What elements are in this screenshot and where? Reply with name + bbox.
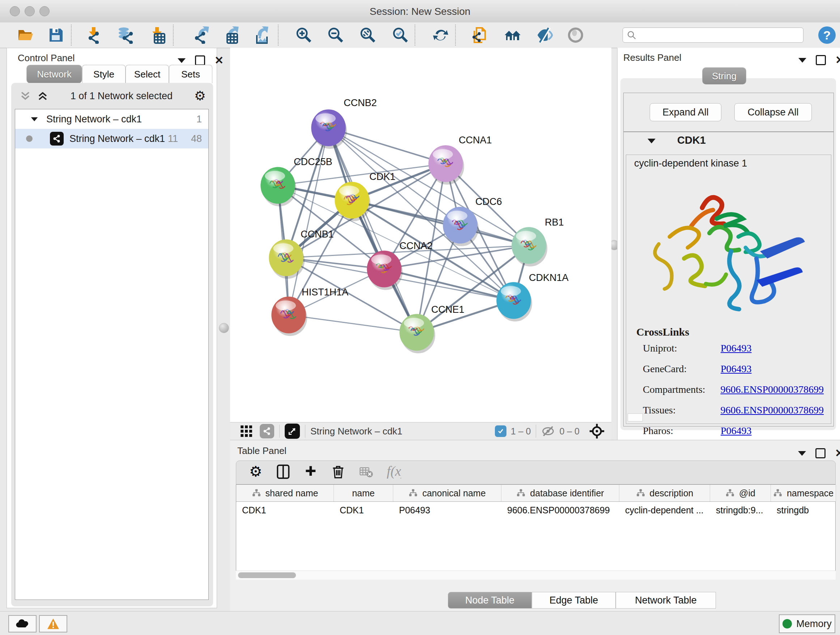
table-cell[interactable]: CDK1 [334, 502, 393, 518]
show-all-button[interactable] [566, 26, 585, 44]
float-panel-icon[interactable] [178, 58, 186, 63]
table-cell[interactable]: P06493 [393, 502, 501, 518]
node-CCNB2[interactable]: CCNB2 [311, 97, 377, 149]
import-database-button[interactable] [116, 26, 134, 44]
memory-button[interactable]: Memory [779, 614, 835, 633]
crosslink-value-link[interactable]: P06493 [721, 342, 752, 354]
results-maximize-icon[interactable] [816, 55, 826, 65]
help-button[interactable]: ? [818, 27, 836, 44]
column-header-namespace[interactable]: namespace [771, 485, 836, 501]
results-scrollbar-fragment[interactable] [628, 413, 643, 421]
hide-selected-button[interactable] [535, 26, 554, 44]
table-cell[interactable]: cyclin-dependent ... [619, 502, 710, 518]
left-splitter-handle[interactable] [219, 323, 229, 333]
import-network-button[interactable] [85, 26, 103, 44]
tab-edge-table[interactable]: Edge Table [532, 592, 616, 608]
zoom-out-button[interactable] [326, 26, 345, 44]
fit-selected-crosshair-icon[interactable] [589, 423, 605, 439]
table-close-icon[interactable]: ✕ [835, 449, 840, 457]
network-row[interactable]: String Network – cdk1 11 48 [15, 129, 208, 149]
export-network-button[interactable] [191, 26, 210, 44]
node-CDKN1A[interactable]: CDKN1A [497, 272, 569, 321]
column-header-canonical-name[interactable]: canonical name [393, 485, 501, 501]
network-options-gear-icon[interactable]: ⚙ [194, 89, 206, 103]
import-table-button[interactable] [148, 26, 167, 44]
node-CDC25B[interactable]: CDC25B [261, 157, 332, 206]
node-CCNB1[interactable]: CCNB1 [269, 229, 334, 279]
node-CCNE1[interactable]: CCNE1 [400, 304, 464, 353]
refresh-button[interactable] [431, 26, 450, 44]
table-horizontal-scrollbar[interactable] [236, 570, 836, 580]
search-input[interactable] [622, 27, 804, 43]
node-RB1[interactable]: RB1 [512, 217, 564, 266]
crosslink-value-link[interactable]: P06493 [721, 363, 752, 375]
export-image-button[interactable] [250, 26, 269, 44]
expand-all-button[interactable]: Expand All [650, 103, 722, 121]
memory-status-dot [783, 619, 792, 629]
table-maximize-icon[interactable] [815, 448, 826, 458]
share-document-button[interactable] [471, 26, 489, 44]
collapse-all-button[interactable]: Collapse All [734, 103, 812, 121]
column-header--id[interactable]: @id [710, 485, 771, 501]
zoom-in-button[interactable] [294, 26, 313, 44]
network-edge-count: 48 [191, 133, 202, 144]
column-header-database-identifier[interactable]: database identifier [501, 485, 619, 501]
network-share-icon[interactable] [260, 424, 274, 439]
home-button[interactable] [503, 26, 522, 44]
birdseye-grid-icon[interactable] [240, 424, 253, 438]
open-session-button[interactable] [16, 26, 35, 44]
export-table-button[interactable] [221, 26, 240, 44]
tab-network-table[interactable]: Network Table [616, 592, 716, 608]
save-session-button[interactable] [47, 26, 65, 44]
tab-sets[interactable]: Sets [169, 65, 212, 83]
table-float-icon[interactable] [798, 451, 806, 456]
column-header-name[interactable]: name [334, 485, 393, 501]
table-cell[interactable]: stringdb [771, 502, 836, 518]
table-row[interactable]: CDK1CDK1P064939606.ENSP00000378699cyclin… [236, 502, 835, 518]
column-header-description[interactable]: description [619, 485, 710, 501]
tab-select[interactable]: Select [126, 65, 169, 83]
warnings-button[interactable] [39, 615, 67, 632]
results-float-icon[interactable] [798, 58, 806, 63]
cloud-button[interactable] [8, 615, 36, 632]
entry-expander-icon[interactable] [647, 139, 655, 143]
crosslink-value-link[interactable]: P06493 [721, 425, 752, 437]
results-close-icon[interactable]: ✕ [835, 56, 840, 64]
node-CDC6[interactable]: CDC6 [443, 196, 502, 246]
table-cell[interactable]: stringdb:9... [710, 502, 771, 518]
selected-checkbox-icon[interactable] [495, 425, 507, 437]
zoom-selected-button[interactable] [391, 26, 410, 44]
open-in-window-icon[interactable] [285, 424, 300, 439]
node-HIST1H1A[interactable]: HIST1H1A [272, 287, 348, 336]
collapse-all-icon[interactable] [19, 90, 32, 102]
edge-CCNB2-CCNE1[interactable] [328, 128, 417, 333]
table-columns-button[interactable] [277, 464, 291, 480]
scrollbar-thumb[interactable] [238, 572, 296, 578]
edge-HIST1H1A-CCNE1[interactable] [289, 315, 417, 333]
table-cell[interactable]: 9606.ENSP00000378699 [501, 502, 619, 518]
expand-all-icon[interactable] [36, 90, 49, 102]
table-settings-button[interactable]: ⚙ [249, 464, 264, 480]
node-CCNA1[interactable]: CCNA1 [429, 135, 492, 185]
edge-CDK1-RB1[interactable] [352, 200, 529, 245]
network-name: String Network – cdk1 [69, 133, 165, 144]
string-network-graph[interactable]: CCNB2 CCNA1 CDC25B CDK1 CDC6 RB1 CCNB1 [230, 48, 611, 422]
column-header-shared-name[interactable]: shared name [236, 485, 334, 501]
node-CCNA2[interactable]: CCNA2 [367, 241, 433, 290]
network-collection-row[interactable]: String Network – cdk1 1 [15, 109, 208, 129]
tab-style[interactable]: Style [82, 65, 126, 83]
tab-network[interactable]: Network [27, 65, 82, 83]
crosslink-value-link[interactable]: 9606.ENSP00000378699 [721, 384, 824, 395]
results-tab-string[interactable]: String [702, 67, 746, 84]
collection-expander-icon[interactable] [31, 117, 38, 121]
table-cell[interactable]: CDK1 [236, 502, 334, 518]
table-delete-button[interactable] [332, 464, 346, 480]
table-add-button[interactable] [304, 464, 319, 480]
network-canvas[interactable]: CCNB2 CCNA1 CDC25B CDK1 CDC6 RB1 CCNB1 [230, 48, 611, 422]
maximize-panel-icon[interactable] [195, 55, 205, 65]
close-panel-icon[interactable]: ✕ [215, 57, 224, 65]
zoom-fit-button[interactable] [358, 26, 377, 44]
hidden-eye-icon[interactable] [541, 424, 555, 438]
crosslink-value-link[interactable]: 9606.ENSP00000378699 [721, 404, 824, 416]
tab-node-table[interactable]: Node Table [448, 592, 532, 608]
